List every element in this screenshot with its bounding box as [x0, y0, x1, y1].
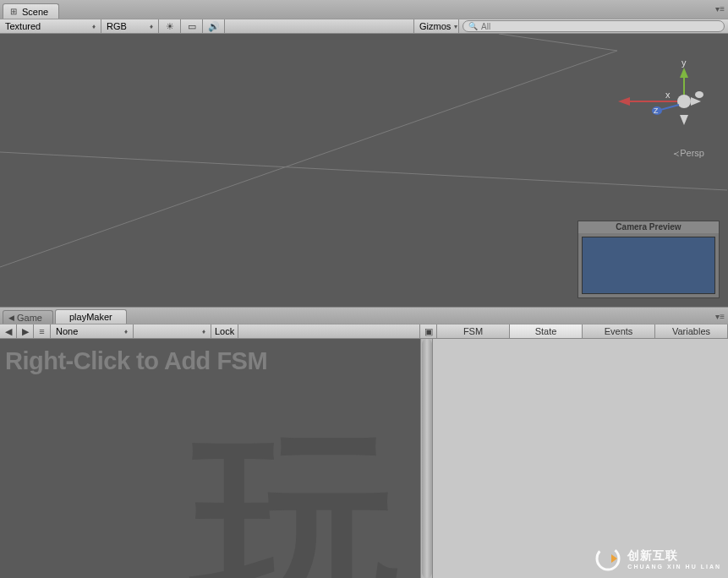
svg-point-3 [677, 95, 691, 108]
search-icon: 🔍 [468, 22, 478, 30]
sun-icon: ☀ [166, 21, 174, 32]
scene-icon: ⊞ [8, 7, 19, 17]
chevron-right-icon: ▶ [22, 326, 29, 337]
chevron-down-icon: ♦ [124, 328, 128, 335]
inspector-tab-state-label: State [535, 326, 557, 336]
color-mode-value: RGB [107, 21, 127, 31]
nav-recent-button[interactable]: ≡ [34, 324, 51, 338]
chevron-down-icon: ♦ [150, 23, 153, 30]
playmaker-content: Right-Click to Add FSM 玩 [0, 339, 728, 578]
axis-gizmo[interactable]: y x z [652, 68, 711, 127]
lock-button[interactable]: Lock [211, 324, 238, 338]
color-mode-dropdown[interactable]: RGB ♦ [101, 19, 159, 33]
svg-text:z: z [654, 105, 659, 115]
gizmos-dropdown[interactable]: Gizmos ▾ [413, 19, 459, 33]
scene-tab-row: ⊞ Scene ▾≡ [0, 0, 728, 19]
scene-viewport[interactable]: y x z ≺Persp Camera Preview [0, 34, 728, 307]
render-mode-dropdown[interactable]: Textured ♦ [0, 19, 101, 33]
scene-search[interactable]: 🔍 [463, 20, 725, 32]
chevron-left-icon: ◀ [5, 326, 12, 337]
nav-back-button[interactable]: ◀ [0, 324, 17, 338]
fsm-graph-view[interactable]: Right-Click to Add FSM 玩 [0, 339, 432, 578]
minimize-button[interactable]: ▣ [419, 324, 436, 338]
svg-point-15 [695, 91, 703, 98]
svg-text:x: x [665, 90, 671, 100]
menu-icon: ≡ [39, 326, 44, 336]
scene-audio-toggle[interactable]: 🔊 [203, 19, 225, 33]
scene-tab[interactable]: ⊞ Scene [3, 3, 59, 19]
lock-label: Lock [215, 326, 234, 336]
svg-marker-5 [680, 68, 688, 78]
inspector-tab-variables-label: Variables [672, 326, 710, 336]
graph-scrollbar-thumb[interactable] [422, 339, 432, 578]
graph-scrollbar[interactable] [420, 339, 432, 578]
bottom-tab-row: ◀ Game playMaker ▾≡ [0, 307, 728, 324]
game-tab[interactable]: ◀ Game [3, 310, 53, 324]
fsm-target-value: None [56, 326, 78, 336]
svg-marker-14 [680, 115, 688, 125]
camera-preview: Camera Preview [577, 221, 720, 298]
inspector-panel [432, 339, 728, 578]
chevron-down-icon: ♦ [92, 23, 96, 30]
fsm-graph-hint: Right-Click to Add FSM [5, 347, 267, 375]
scene-image-toggle[interactable]: ▭ [181, 19, 203, 33]
playmaker-panel: ◀ Game playMaker ▾≡ ◀ ▶ ≡ None ♦ ♦ Lock … [0, 307, 728, 578]
inspector-tabs: FSM State Events Variables [436, 324, 728, 338]
chevron-down-icon: ▾ [454, 23, 457, 30]
playmaker-toolbar: ◀ ▶ ≡ None ♦ ♦ Lock ▣ FSM State [0, 324, 728, 339]
inspector-tab-fsm-label: FSM [463, 326, 483, 336]
svg-marker-8 [618, 97, 630, 106]
inspector-tab-events-label: Events [605, 326, 633, 336]
camera-preview-viewport [582, 237, 715, 294]
panel-menu-icon[interactable]: ▾≡ [715, 4, 725, 14]
scene-lighting-toggle[interactable]: ☀ [159, 19, 181, 33]
game-tab-label: Game [17, 313, 42, 323]
svg-line-0 [0, 51, 617, 267]
playmaker-tab[interactable]: playMaker [55, 309, 127, 324]
camera-preview-title: Camera Preview [578, 221, 719, 233]
svg-line-2 [499, 34, 617, 51]
minimize-icon: ▣ [424, 326, 433, 337]
image-icon: ▭ [188, 21, 196, 32]
inspector-tab-variables[interactable]: Variables [655, 324, 728, 338]
graph-background-glyph: 玩 [194, 426, 397, 578]
chevron-down-icon: ♦ [202, 328, 205, 335]
svg-line-10 [660, 105, 679, 110]
scene-panel: ⊞ Scene ▾≡ Textured ♦ RGB ♦ ☀ ▭ 🔊 Gizmos… [0, 0, 728, 307]
svg-line-1 [0, 152, 727, 190]
nav-forward-button[interactable]: ▶ [17, 324, 34, 338]
svg-marker-13 [691, 97, 701, 106]
inspector-tab-state[interactable]: State [510, 324, 583, 338]
inspector-tab-events[interactable]: Events [583, 324, 655, 338]
fsm-select-dropdown[interactable]: ♦ [134, 324, 211, 338]
panel-menu-icon[interactable]: ▾≡ [715, 312, 725, 321]
gizmos-label: Gizmos [419, 21, 451, 31]
game-icon: ◀ [8, 314, 14, 322]
scene-toolbar: Textured ♦ RGB ♦ ☀ ▭ 🔊 Gizmos ▾ 🔍 [0, 19, 728, 34]
persp-label: ≺Persp [673, 148, 704, 158]
scene-search-input[interactable] [481, 22, 719, 31]
render-mode-value: Textured [5, 21, 41, 31]
fsm-target-dropdown[interactable]: None ♦ [51, 324, 134, 338]
scene-tab-label: Scene [22, 7, 48, 17]
playmaker-tab-label: playMaker [69, 312, 112, 322]
svg-text:y: y [681, 59, 687, 68]
audio-icon: 🔊 [208, 21, 220, 32]
inspector-tab-fsm[interactable]: FSM [437, 324, 510, 338]
